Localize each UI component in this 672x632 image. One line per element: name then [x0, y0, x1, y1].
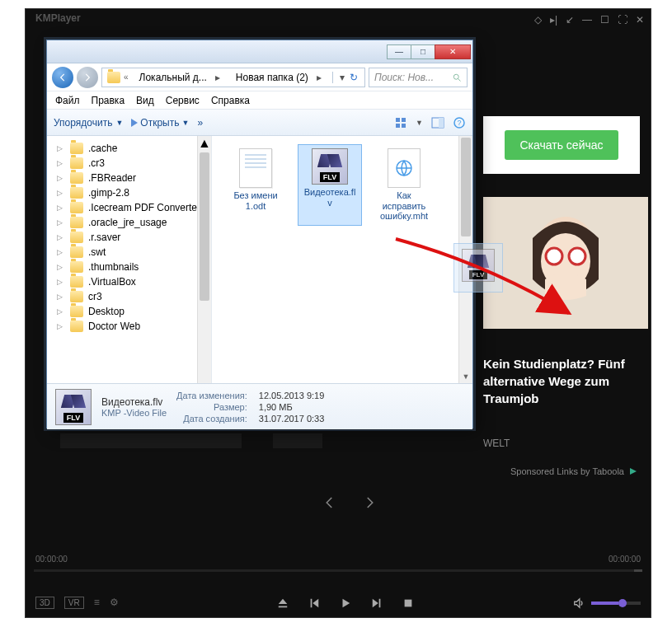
- tree-item[interactable]: ▷.swt: [47, 245, 211, 260]
- settings-icon[interactable]: ⚙: [110, 597, 119, 609]
- tree-item-label: .swt: [88, 246, 106, 258]
- svg-rect-8: [402, 118, 406, 122]
- menu-file[interactable]: Файл: [55, 95, 80, 106]
- folder-icon: [70, 261, 83, 273]
- download-button[interactable]: Скачать сейчас: [505, 130, 618, 160]
- breadcrumb-seg2[interactable]: Новая папка (2)▸: [231, 68, 332, 87]
- tree-item-label: Desktop: [88, 306, 125, 317]
- sponsored-label[interactable]: Sponsored Links by Taboola: [510, 466, 638, 476]
- play-icon[interactable]: [340, 597, 351, 609]
- folder-icon: [70, 157, 83, 169]
- player-controls: 3D VR ≡ ⚙: [26, 597, 651, 609]
- refresh-icon[interactable]: ↻: [350, 72, 358, 83]
- tree-item[interactable]: ▷Doctor Web: [47, 319, 211, 334]
- svg-point-6: [453, 74, 458, 79]
- seek-bar[interactable]: [34, 569, 642, 572]
- prev-icon[interactable]: [322, 495, 337, 510]
- next-icon[interactable]: [362, 495, 377, 510]
- tree-item[interactable]: ▷.cr3: [47, 156, 211, 171]
- prev-track-icon[interactable]: [308, 597, 320, 609]
- eject-icon[interactable]: [277, 597, 289, 609]
- search-input[interactable]: Поиск: Нов...: [369, 68, 468, 87]
- toolbar-overflow[interactable]: »: [197, 117, 203, 129]
- breadcrumb-root[interactable]: «: [102, 68, 134, 87]
- details-created-value: 31.07.2017 0:33: [259, 414, 325, 424]
- pin-icon[interactable]: ◇: [534, 14, 542, 26]
- stop-icon[interactable]: [402, 597, 414, 609]
- caption-strip: [60, 433, 242, 448]
- tree-item[interactable]: ▷.r.saver: [47, 230, 211, 245]
- badge-3d[interactable]: 3D: [35, 597, 54, 609]
- chevron-down-icon[interactable]: ▼: [416, 119, 423, 127]
- menu-view[interactable]: Вид: [136, 95, 154, 106]
- folder-icon: [70, 291, 83, 302]
- tree-item[interactable]: ▷.thumbnails: [47, 260, 211, 274]
- details-created-label: Дата создания:: [176, 414, 247, 424]
- window-controls: ◇ ▸| ↙ — ☐ ⛶ ✕: [534, 14, 644, 26]
- folder-icon: [70, 217, 83, 228]
- taboola-icon: [628, 466, 638, 476]
- back-button[interactable]: [52, 67, 73, 88]
- fullscreen-icon[interactable]: ⛶: [618, 14, 627, 26]
- volume-slider[interactable]: [591, 602, 641, 605]
- details-filename: Видеотека.flv: [101, 396, 167, 408]
- tree-item[interactable]: ▷cr3: [47, 289, 211, 304]
- organize-button[interactable]: Упорядочить ▼: [54, 117, 123, 129]
- maximize-icon[interactable]: ☐: [600, 14, 609, 26]
- open-button[interactable]: Открыть ▼: [131, 117, 189, 129]
- ad-panel-image[interactable]: [483, 197, 648, 329]
- ad-headline[interactable]: Kein Studienplatz? Fünf alternative Wege…: [483, 355, 651, 407]
- tree-item[interactable]: ▷.FBReader: [47, 171, 211, 185]
- content-nav: [322, 495, 377, 510]
- svg-text:?: ?: [457, 119, 461, 127]
- view-options-icon[interactable]: [394, 116, 407, 129]
- document-icon: [239, 148, 272, 188]
- menu-tools[interactable]: Сервис: [166, 95, 200, 106]
- explorer-titlebar[interactable]: — □ ✕: [47, 40, 472, 63]
- mht-icon: [388, 148, 421, 188]
- explorer-body: ▷.cache▷.cr3▷.FBReader▷.gimp-2.8▷.Icecre…: [47, 136, 472, 383]
- tree-item-label: cr3: [88, 291, 102, 302]
- badge-vr[interactable]: VR: [64, 597, 84, 609]
- list-icon[interactable]: ≡: [94, 597, 100, 609]
- explorer-menu: Файл Правка Вид Сервис Справка: [47, 91, 472, 110]
- tree-item[interactable]: ▷.gimp-2.8: [47, 185, 211, 200]
- minimize-button[interactable]: —: [387, 44, 411, 59]
- tree-item[interactable]: ▷.VirtualBox: [47, 274, 211, 289]
- breadcrumb-seg1[interactable]: Локальный д...▸: [134, 68, 231, 87]
- tree-item[interactable]: ▷.cache: [47, 141, 211, 156]
- file-pane[interactable]: Без имени 1.odt FLV Видеотека.flv Как ис…: [212, 136, 472, 383]
- preview-pane-icon[interactable]: [431, 116, 444, 129]
- flv-icon: FLV: [312, 148, 348, 185]
- volume-icon[interactable]: [573, 597, 585, 609]
- close-icon[interactable]: ✕: [636, 14, 644, 26]
- search-placeholder: Поиск: Нов...: [374, 72, 434, 83]
- tree-item[interactable]: ▷Desktop: [47, 304, 211, 319]
- svg-point-4: [569, 248, 585, 265]
- file-mht[interactable]: Как исправить ошибку.mht: [372, 144, 436, 226]
- menu-edit[interactable]: Правка: [92, 95, 125, 106]
- breadcrumb[interactable]: « Локальный д...▸ Новая папка (2)▸ ▾↻: [101, 68, 365, 87]
- close-button[interactable]: ✕: [435, 44, 471, 59]
- tree-item-label: .r.saver: [88, 232, 120, 243]
- menu-help[interactable]: Справка: [211, 95, 250, 106]
- folder-tree[interactable]: ▷.cache▷.cr3▷.FBReader▷.gimp-2.8▷.Icecre…: [47, 136, 212, 339]
- chevron-down-icon[interactable]: ▾: [340, 72, 345, 83]
- ad-source: WELT: [483, 438, 510, 449]
- next-track-icon[interactable]: [371, 597, 383, 609]
- file-label: Как исправить ошибку.mht: [376, 190, 432, 222]
- tree-item-label: .Icecream PDF Converter: [88, 202, 200, 213]
- file-flv[interactable]: FLV Видеотека.flv: [298, 144, 362, 226]
- forward-button[interactable]: [77, 67, 98, 88]
- maximize-button[interactable]: □: [411, 44, 435, 59]
- file-odt[interactable]: Без имени 1.odt: [223, 144, 288, 226]
- minimize-icon[interactable]: —: [582, 14, 592, 26]
- arrow-icon[interactable]: ▸|: [550, 14, 557, 26]
- tree-scrollbar[interactable]: ▲▼: [197, 136, 211, 383]
- help-icon[interactable]: ?: [453, 116, 466, 129]
- collapse-icon[interactable]: ↙: [566, 14, 574, 26]
- tree-item[interactable]: ▷.oracle_jre_usage: [47, 215, 211, 230]
- tree-item[interactable]: ▷.Icecream PDF Converter: [47, 200, 211, 215]
- tree-item-label: .oracle_jre_usage: [88, 217, 167, 228]
- caption-strip-2: [273, 433, 322, 448]
